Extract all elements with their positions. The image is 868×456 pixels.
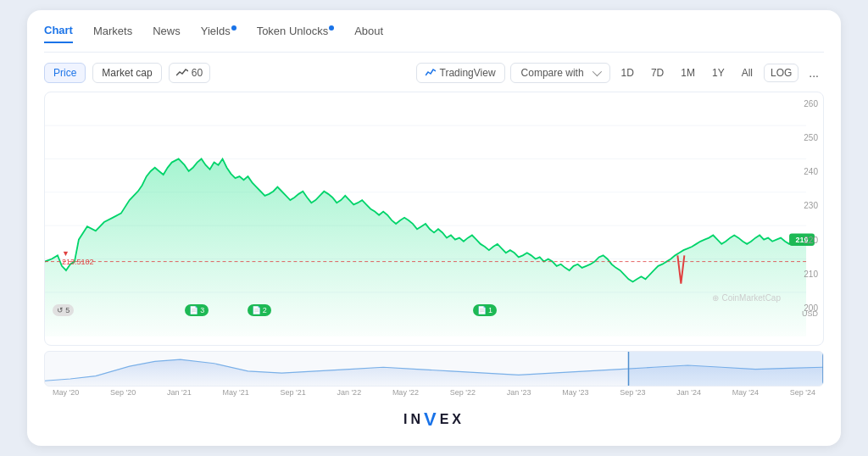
nav-item-chart[interactable]: Chart [44,24,73,43]
event-badge-5[interactable]: ↺5 [53,304,74,316]
nav-item-token-unlocks[interactable]: Token Unlocks [257,25,335,42]
timeline-svg [45,352,823,386]
more-options-button[interactable]: ... [804,64,824,81]
time-7d-button[interactable]: 7D [645,64,670,82]
compare-button[interactable]: Compare with [510,63,610,83]
svg-text:219: 219 [796,236,809,244]
brand-logo: INVEX [44,407,824,429]
right-toolbar: TradingView Compare with 1D 7D 1M 1Y All… [416,63,824,83]
time-1m-button[interactable]: 1M [675,64,701,82]
nav-item-about[interactable]: About [354,25,383,42]
event-badge-3[interactable]: 📄3 [185,304,209,316]
price-chart: 219 260 250 240 230 220 210 200 ▼ 213.51… [44,92,824,346]
nav-item-yields[interactable]: Yields [201,25,236,42]
main-card: Chart Markets News Yields Token Unlocks … [27,10,841,446]
price-button[interactable]: Price [44,63,86,83]
chart-type-selector[interactable]: 60 [169,63,210,83]
svg-rect-9 [629,352,824,386]
timeline-chart[interactable] [44,351,824,386]
yields-dot [231,25,236,31]
token-unlocks-dot [329,25,334,31]
nav-item-markets[interactable]: Markets [93,25,132,42]
log-button[interactable]: LOG [764,64,798,82]
event-badges-row: ↺5 📄3 📄2 📄1 [45,304,823,321]
marketcap-button[interactable]: Market cap [92,63,161,83]
tradingview-icon [426,68,436,78]
tradingview-button[interactable]: TradingView [416,63,505,83]
line-chart-icon [176,69,188,77]
time-all-button[interactable]: All [736,64,759,82]
time-1d-button[interactable]: 1D [615,64,640,82]
event-badge-2[interactable]: 📄2 [248,304,271,316]
timeline-x-axis: May '20 Sep '20 Jan '21 May '21 Sep '21 … [44,386,824,398]
coinmarketcap-watermark: ⊕ CoinMarketCap [712,293,781,303]
nav-bar: Chart Markets News Yields Token Unlocks … [44,24,824,53]
chart-toolbar: Price Market cap 60 TradingView Compare … [44,63,824,83]
nav-item-news[interactable]: News [153,25,181,42]
chevron-down-icon [592,67,601,76]
start-price-label: ▼ 213.5102 [62,249,94,266]
time-1y-button[interactable]: 1Y [706,64,731,82]
event-badge-1[interactable]: 📄1 [473,304,497,316]
